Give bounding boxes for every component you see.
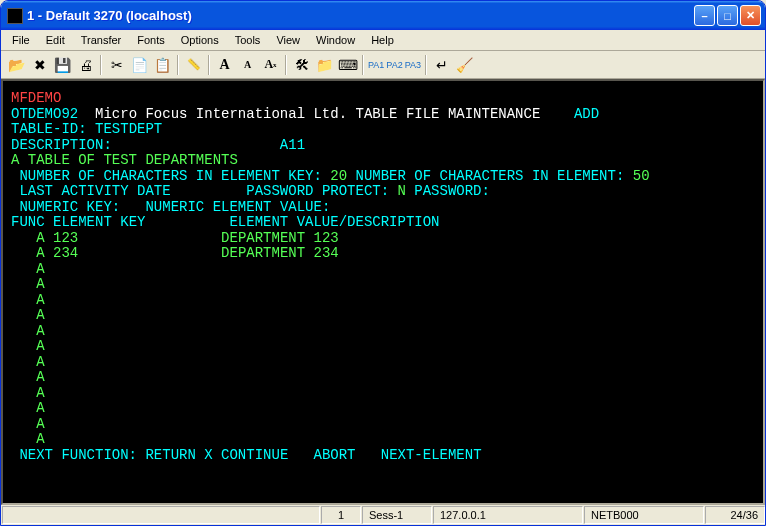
numelem-char-label: NUMBER OF CHARACTERS IN ELEMENT: xyxy=(355,168,624,184)
pa3-button[interactable]: PA3 xyxy=(404,54,422,76)
description-value: A11 xyxy=(280,137,305,153)
row-key[interactable]: 123 xyxy=(53,230,78,246)
disconnect-icon[interactable]: ✖ xyxy=(28,54,51,76)
statusbar: 1 Sess-1 127.0.0.1 NETB000 24/36 xyxy=(1,505,765,525)
row-func[interactable]: A xyxy=(36,431,44,447)
menu-window[interactable]: Window xyxy=(309,32,362,48)
numelem-char-value[interactable]: 50 xyxy=(633,168,650,184)
menu-transfer[interactable]: Transfer xyxy=(74,32,129,48)
menu-options[interactable]: Options xyxy=(174,32,226,48)
close-button[interactable]: ✕ xyxy=(740,5,761,26)
font-bigger-icon[interactable]: A xyxy=(213,54,236,76)
col-value: ELEMENT VALUE/DESCRIPTION xyxy=(229,214,439,230)
folder-icon[interactable]: 📁 xyxy=(313,54,336,76)
ruler-icon[interactable]: 📏 xyxy=(182,54,205,76)
enter-icon[interactable]: ↵ xyxy=(430,54,453,76)
status-session-number: 1 xyxy=(321,506,361,524)
menu-tools[interactable]: Tools xyxy=(228,32,268,48)
menu-view[interactable]: View xyxy=(269,32,307,48)
copy-icon[interactable]: 📄 xyxy=(128,54,151,76)
numkey-char-value[interactable]: 20 xyxy=(330,168,347,184)
password-protect-label: PASSWORD PROTECT: xyxy=(246,183,389,199)
continue-label: X CONTINUE xyxy=(204,447,288,463)
col-func: FUNC xyxy=(11,214,45,230)
row-key[interactable]: 234 xyxy=(53,245,78,261)
row-func[interactable]: A xyxy=(36,292,44,308)
col-key: ELEMENT KEY xyxy=(53,214,145,230)
separator xyxy=(208,55,210,75)
row-func[interactable]: A xyxy=(36,416,44,432)
tableid-value: TESTDEPT xyxy=(95,121,162,137)
numeric-key-label: NUMERIC KEY: xyxy=(19,199,120,215)
paste-icon[interactable]: 📋 xyxy=(151,54,174,76)
company-name: Micro Focus International Ltd. xyxy=(95,106,347,122)
separator xyxy=(177,55,179,75)
menu-file[interactable]: File xyxy=(5,32,37,48)
status-host: 127.0.0.1 xyxy=(433,506,583,524)
description-label: DESCRIPTION: xyxy=(11,137,112,153)
terminal-screen[interactable]: MFDEMO OTDEMO92 Micro Focus Internationa… xyxy=(1,79,765,505)
tools-icon[interactable]: 🛠 xyxy=(290,54,313,76)
program-id: OTDEMO92 xyxy=(11,106,78,122)
status-cursor-pos: 24/36 xyxy=(705,506,765,524)
row-func[interactable]: A xyxy=(36,369,44,385)
pa1-button[interactable]: PA1 xyxy=(367,54,385,76)
status-session-name: Sess-1 xyxy=(362,506,432,524)
password-label: PASSWORD: xyxy=(414,183,490,199)
cut-icon[interactable]: ✂ xyxy=(105,54,128,76)
keypad-icon[interactable]: ⌨ xyxy=(336,54,359,76)
row-func[interactable]: A xyxy=(36,261,44,277)
menu-fonts[interactable]: Fonts xyxy=(130,32,172,48)
font-auto-icon[interactable]: Ax xyxy=(259,54,282,76)
menubar: File Edit Transfer Fonts Options Tools V… xyxy=(1,30,765,51)
row-func[interactable]: A xyxy=(36,385,44,401)
row-func[interactable]: A xyxy=(36,230,44,246)
row-value[interactable]: DEPARTMENT 234 xyxy=(221,245,339,261)
open-icon[interactable]: 📂 xyxy=(5,54,28,76)
menu-edit[interactable]: Edit xyxy=(39,32,72,48)
row-func[interactable]: A xyxy=(36,323,44,339)
return-label: RETURN xyxy=(145,447,195,463)
row-func[interactable]: A xyxy=(36,307,44,323)
status-empty xyxy=(2,506,320,524)
next-function-label: NEXT FUNCTION: xyxy=(19,447,137,463)
row-value[interactable]: DEPARTMENT 123 xyxy=(221,230,339,246)
tableid-label: TABLE-ID: xyxy=(11,121,87,137)
abort-label: ABORT xyxy=(314,447,356,463)
menu-help[interactable]: Help xyxy=(364,32,401,48)
separator xyxy=(362,55,364,75)
minimize-button[interactable]: – xyxy=(694,5,715,26)
toolbar: 📂 ✖ 💾 🖨 ✂ 📄 📋 📏 A A Ax 🛠 📁 ⌨ PA1 PA2 PA3… xyxy=(1,51,765,79)
numkey-char-label: NUMBER OF CHARACTERS IN ELEMENT KEY: xyxy=(19,168,321,184)
separator xyxy=(425,55,427,75)
separator xyxy=(285,55,287,75)
maximize-button[interactable]: □ xyxy=(717,5,738,26)
titlebar[interactable]: 1 - Default 3270 (localhost) – □ ✕ xyxy=(1,1,765,30)
password-protect-value[interactable]: N xyxy=(398,183,406,199)
print-icon[interactable]: 🖨 xyxy=(74,54,97,76)
mode-label: ADD xyxy=(574,106,599,122)
window-title: 1 - Default 3270 (localhost) xyxy=(27,8,694,23)
row-func[interactable]: A xyxy=(36,354,44,370)
status-net: NETB000 xyxy=(584,506,704,524)
font-smaller-icon[interactable]: A xyxy=(236,54,259,76)
row-func[interactable]: A xyxy=(36,338,44,354)
save-icon[interactable]: 💾 xyxy=(51,54,74,76)
screen-name: TABLE FILE MAINTENANCE xyxy=(355,106,540,122)
last-activity-label: LAST ACTIVITY DATE xyxy=(19,183,170,199)
clear-icon[interactable]: 🧹 xyxy=(453,54,476,76)
next-element-label: NEXT-ELEMENT xyxy=(381,447,482,463)
separator xyxy=(100,55,102,75)
app-window: 1 - Default 3270 (localhost) – □ ✕ File … xyxy=(0,0,766,526)
description-text[interactable]: A TABLE OF TEST DEPARTMENTS xyxy=(11,152,238,168)
header-label: MFDEMO xyxy=(11,90,61,106)
row-func[interactable]: A xyxy=(36,276,44,292)
numeric-value-label: NUMERIC ELEMENT VALUE: xyxy=(145,199,330,215)
pa2-button[interactable]: PA2 xyxy=(385,54,403,76)
row-func[interactable]: A xyxy=(36,245,44,261)
app-icon xyxy=(7,8,23,24)
row-func[interactable]: A xyxy=(36,400,44,416)
